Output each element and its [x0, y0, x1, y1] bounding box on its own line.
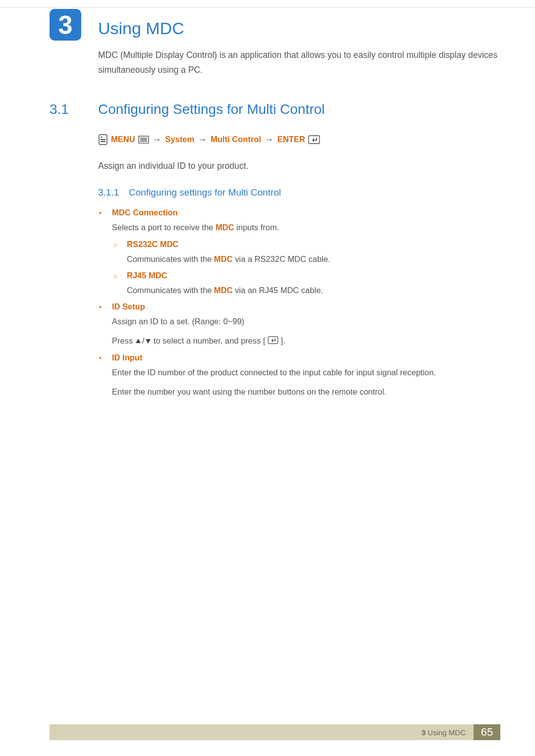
bullet-id-setup: • ID Setup Assign an ID to a set. (Range…	[98, 302, 500, 348]
footer-chapter-number: 3	[422, 728, 426, 737]
subsection-number: 3.1.1	[98, 187, 129, 198]
mdc-connection-desc: Selects a port to receive the MDC inputs…	[112, 220, 500, 235]
section-content: MENU → System → Multi Control → ENTER	[98, 134, 500, 400]
id-setup-desc2: Press / to select a number, and press [ …	[112, 334, 500, 348]
arrow-icon: →	[197, 135, 208, 145]
footer-chapter-label: 3 Using MDC	[422, 728, 466, 737]
chapter-title: Using MDC	[98, 19, 500, 38]
chapter-header-right: Using MDC MDC (Multiple Display Control)…	[98, 9, 500, 78]
page-content: 3 Using MDC MDC (Multiple Display Contro…	[0, 0, 535, 399]
text-fragment: ].	[281, 337, 285, 346]
text-fragment: via an RJ45 MDC cable.	[233, 286, 323, 295]
text-fragment: Selects a port to receive the	[112, 223, 215, 232]
subsection-heading: 3.1.1 Configuring settings for Multi Con…	[98, 187, 500, 198]
menu-label: MENU	[111, 135, 135, 144]
footer-page-number: 65	[474, 724, 500, 740]
id-input-desc1: Enter the ID number of the product conne…	[112, 365, 500, 380]
menu-navigation-path: MENU → System → Multi Control → ENTER	[98, 134, 500, 145]
text-fragment: via a RS232C MDC cable.	[233, 254, 330, 263]
arrow-icon: →	[152, 135, 162, 145]
sub-bullet-rs232c: □ RS232C MDC Communicates with the MDC v…	[112, 240, 500, 266]
mdc-bold: MDC	[215, 223, 234, 232]
section-number: 3.1	[50, 101, 98, 117]
mdc-connection-label: MDC Connection	[112, 208, 178, 217]
bullet-id-input: • ID Input Enter the ID number of the pr…	[98, 353, 500, 399]
bullet-dot-icon: •	[98, 354, 112, 362]
subsection-title: Configuring settings for Multi Control	[129, 187, 281, 198]
text-fragment: inputs from.	[234, 223, 279, 232]
bullet-dot-icon: •	[98, 209, 112, 217]
mdc-bold: MDC	[214, 254, 233, 263]
id-setup-desc1: Assign an ID to a set. (Range: 0~99)	[112, 314, 500, 329]
bullet-mdc-connection: • MDC Connection Selects a port to recei…	[98, 208, 500, 297]
text-fragment: Communicates with the	[127, 254, 214, 263]
menu-step-system: System	[165, 135, 195, 144]
section-3-1: 3.1 Configuring Settings for Multi Contr…	[50, 101, 500, 400]
chapter-header: 3 Using MDC MDC (Multiple Display Contro…	[50, 9, 500, 78]
enter-label: ENTER	[277, 135, 305, 144]
svg-rect-9	[268, 336, 278, 343]
chapter-intro: MDC (Multiple Display Control) is an app…	[98, 48, 500, 78]
menu-icon	[138, 136, 149, 144]
arrow-icon: →	[264, 135, 274, 145]
id-input-desc2: Enter the number you want using the numb…	[112, 385, 500, 399]
svg-rect-3	[101, 141, 106, 142]
menu-step-multicontrol: Multi Control	[211, 135, 261, 144]
chapter-number-badge: 3	[50, 9, 81, 41]
text-fragment: Communicates with the	[127, 286, 214, 295]
sub-bullet-rj45: □ RJ45 MDC Communicates with the MDC via…	[112, 271, 500, 297]
rj45-desc: Communicates with the MDC via an RJ45 MD…	[127, 283, 500, 297]
footer-bar: 3 Using MDC	[50, 724, 474, 740]
id-setup-label: ID Setup	[112, 302, 145, 311]
assign-id-text: Assign an individual ID to your product.	[98, 159, 500, 174]
svg-point-1	[101, 136, 102, 138]
mdc-bold: MDC	[214, 286, 233, 295]
sub-bullet-icon: □	[112, 243, 127, 248]
rs232c-desc: Communicates with the MDC via a RS232C M…	[127, 252, 500, 266]
text-fragment: Press	[112, 337, 135, 346]
remote-icon	[98, 134, 108, 145]
svg-rect-2	[101, 139, 106, 140]
enter-icon	[268, 336, 278, 344]
svg-rect-8	[309, 136, 320, 144]
rs232c-label: RS232C MDC	[127, 240, 179, 249]
section-heading: 3.1 Configuring Settings for Multi Contr…	[50, 101, 500, 117]
section-title: Configuring Settings for Multi Control	[98, 101, 325, 117]
id-input-label: ID Input	[112, 353, 142, 362]
rj45-label: RJ45 MDC	[127, 271, 167, 280]
page-footer: 3 Using MDC 65	[50, 724, 500, 740]
enter-icon	[308, 135, 320, 144]
up-down-arrow-icon: /	[135, 334, 152, 348]
bullet-dot-icon: •	[98, 303, 112, 311]
sub-bullet-icon: □	[112, 274, 127, 279]
footer-chapter-title: Using MDC	[428, 728, 466, 737]
text-fragment: to select a number, and press [	[154, 337, 266, 346]
